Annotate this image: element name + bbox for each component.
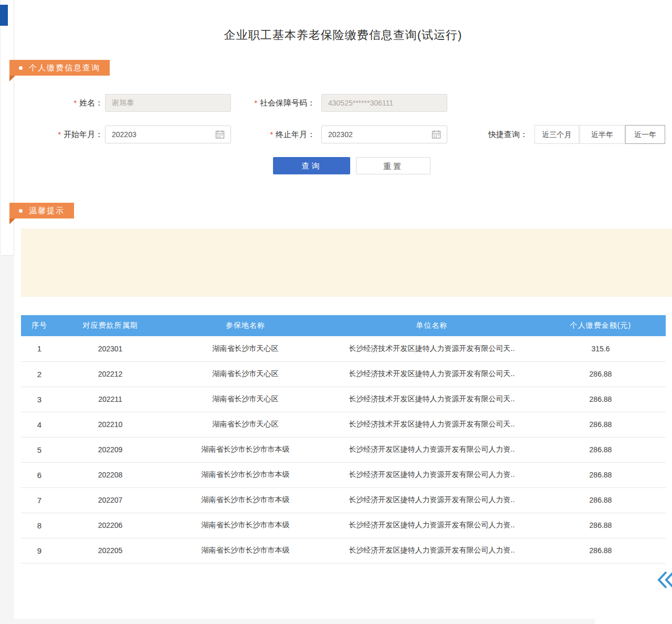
cell-area: 湖南省长沙市长沙市市本级 — [163, 462, 328, 487]
ribbon-fold — [9, 219, 15, 224]
cell-period: 202301 — [58, 336, 163, 361]
cell-seq: 9 — [21, 538, 58, 563]
cell-company: 长沙经济开发区捷特人力资源开发有限公司人力资.. — [328, 437, 536, 462]
cell-amount: 286.88 — [536, 538, 666, 563]
table-body: 1 202301 湖南省长沙市天心区 长沙经济技术开发区捷特人力资源开发有限公司… — [21, 336, 666, 563]
quick-option-3months[interactable]: 近三个月 — [534, 125, 579, 144]
header-period: 对应费款所属期 — [58, 315, 163, 336]
cell-company: 长沙经济技术开发区捷特人力资源开发有限公司天.. — [328, 361, 536, 387]
name-field[interactable] — [105, 94, 231, 112]
page-title: 企业职工基本养老保险缴费信息查询(试运行) — [14, 27, 672, 43]
cell-area: 湖南省长沙市长沙市市本级 — [163, 487, 328, 513]
table-row: 4 202210 湖南省长沙市天心区 长沙经济技术开发区捷特人力资源开发有限公司… — [21, 412, 666, 437]
ssn-field[interactable] — [321, 94, 447, 112]
cell-period: 202206 — [58, 513, 163, 538]
bottom-edge — [14, 619, 595, 624]
cell-seq: 7 — [21, 487, 58, 513]
table-row: 3 202211 湖南省长沙市天心区 长沙经济技术开发区捷特人力资源开发有限公司… — [21, 387, 666, 412]
header-company: 单位名称 — [328, 315, 536, 336]
calendar-icon[interactable] — [432, 130, 441, 139]
cell-amount: 315.6 — [536, 336, 666, 361]
table-row: 8 202206 湖南省长沙市长沙市市本级 长沙经济开发区捷特人力资源开发有限公… — [21, 513, 666, 538]
reset-button[interactable]: 重置 — [356, 157, 430, 174]
cell-area: 湖南省长沙市长沙市市本级 — [163, 437, 328, 462]
cell-period: 202211 — [58, 387, 163, 412]
header-amount: 个人缴费金额(元) — [536, 315, 666, 336]
section-badge-label: 个人缴费信息查询 — [29, 63, 100, 73]
required-asterisk: * — [255, 99, 257, 107]
payment-table: 序号 对应费款所属期 参保地名称 单位名称 个人缴费金额(元) 1 202301… — [21, 315, 666, 564]
cell-period: 202207 — [58, 487, 163, 513]
header-area: 参保地名称 — [163, 315, 328, 336]
table-row: 1 202301 湖南省长沙市天心区 长沙经济技术开发区捷特人力资源开发有限公司… — [21, 336, 666, 361]
quick-query-label: 快捷查询： — [488, 126, 528, 143]
cell-period: 202212 — [58, 361, 163, 387]
table-row: 7 202207 湖南省长沙市长沙市市本级 长沙经济开发区捷特人力资源开发有限公… — [21, 487, 666, 513]
required-asterisk: * — [58, 130, 61, 139]
cell-amount: 286.88 — [536, 361, 666, 387]
cell-seq: 6 — [21, 462, 58, 487]
double-left-chevron-icon[interactable] — [657, 570, 672, 589]
table-row: 5 202209 湖南省长沙市长沙市市本级 长沙经济开发区捷特人力资源开发有限公… — [21, 437, 666, 462]
cell-company: 长沙经济开发区捷特人力资源开发有限公司人力资.. — [328, 538, 536, 563]
end-month-label: *终止年月： — [231, 126, 315, 143]
start-month-label: *开始年月： — [32, 126, 103, 143]
table-header-row: 序号 对应费款所属期 参保地名称 单位名称 个人缴费金额(元) — [21, 315, 666, 336]
cell-amount: 286.88 — [536, 437, 666, 462]
quick-option-half-year[interactable]: 近半年 — [580, 125, 625, 144]
required-asterisk: * — [270, 130, 273, 139]
cell-seq: 8 — [21, 513, 58, 538]
cell-company: 长沙经济开发区捷特人力资源开发有限公司人力资.. — [328, 487, 536, 513]
cell-period: 202209 — [58, 437, 163, 462]
calendar-icon[interactable] — [215, 130, 225, 139]
cell-period: 202210 — [58, 412, 163, 437]
cell-company: 长沙经济技术开发区捷特人力资源开发有限公司天.. — [328, 412, 536, 437]
notice-box: 1. 本服务仅提供尚未领取企业职工基本养老保险待遇人员的缴费信息查询。 2. 灵… — [21, 228, 672, 297]
bullet-icon — [19, 209, 23, 213]
header-seq: 序号 — [21, 315, 58, 336]
cell-seq: 5 — [21, 437, 58, 462]
cell-seq: 4 — [21, 412, 58, 437]
section-badge-personal-payment-query: 个人缴费信息查询 — [9, 60, 110, 76]
table-row: 9 202205 湖南省长沙市长沙市市本级 长沙经济开发区捷特人力资源开发有限公… — [21, 538, 666, 563]
cell-company: 长沙经济开发区捷特人力资源开发有限公司人力资.. — [328, 462, 536, 487]
cell-amount: 286.88 — [536, 387, 666, 412]
sidebar-collapsed-tab[interactable] — [0, 5, 8, 26]
quick-option-one-year[interactable]: 近一年 — [625, 125, 665, 144]
cell-area: 湖南省长沙市天心区 — [163, 412, 328, 437]
ribbon-fold — [9, 76, 15, 81]
cell-company: 长沙经济技术开发区捷特人力资源开发有限公司天.. — [328, 387, 536, 412]
cell-period: 202208 — [58, 462, 163, 487]
cell-area: 湖南省长沙市天心区 — [163, 336, 328, 361]
cell-amount: 286.88 — [536, 513, 666, 538]
cell-company: 长沙经济技术开发区捷特人力资源开发有限公司天.. — [328, 336, 536, 361]
name-label: *姓名： — [32, 94, 103, 112]
cell-area: 湖南省长沙市长沙市市本级 — [163, 538, 328, 563]
section-badge-label: 温馨提示 — [29, 206, 65, 216]
ssn-label: *社会保障号码： — [231, 94, 315, 112]
table-row: 6 202208 湖南省长沙市长沙市市本级 长沙经济开发区捷特人力资源开发有限公… — [21, 462, 666, 487]
cell-seq: 1 — [21, 336, 58, 361]
cell-amount: 286.88 — [536, 412, 666, 437]
cell-period: 202205 — [58, 538, 163, 563]
cell-amount: 286.88 — [536, 462, 666, 487]
end-month-field[interactable] — [321, 126, 447, 143]
cell-seq: 3 — [21, 387, 58, 412]
start-month-field[interactable] — [105, 126, 231, 143]
cell-amount: 286.88 — [536, 487, 666, 513]
table-row: 2 202212 湖南省长沙市天心区 长沙经济技术开发区捷特人力资源开发有限公司… — [21, 361, 666, 387]
cell-seq: 2 — [21, 361, 58, 387]
cell-area: 湖南省长沙市长沙市市本级 — [163, 513, 328, 538]
search-button[interactable]: 查询 — [273, 157, 350, 174]
required-asterisk: * — [74, 99, 77, 107]
bullet-icon — [19, 66, 23, 70]
page: 企业职工基本养老保险缴费信息查询(试运行) 个人缴费信息查询 *姓名： *社会保… — [0, 0, 672, 624]
section-badge-warm-tips: 温馨提示 — [9, 203, 74, 219]
cell-company: 长沙经济开发区捷特人力资源开发有限公司人力资.. — [328, 513, 536, 538]
cell-area: 湖南省长沙市天心区 — [163, 361, 328, 387]
cell-area: 湖南省长沙市天心区 — [163, 387, 328, 412]
